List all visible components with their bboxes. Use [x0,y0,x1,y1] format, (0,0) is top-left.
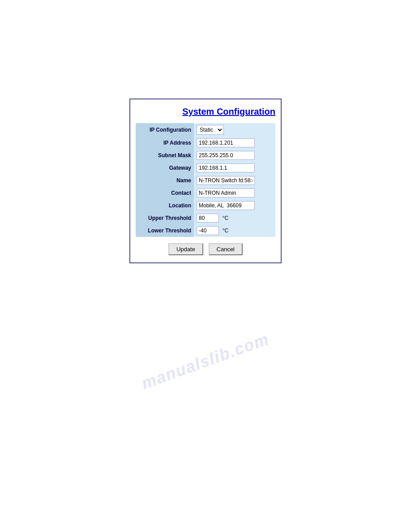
ip-address-row: IP Address [136,137,275,149]
contact-value-cell [194,187,275,199]
system-configuration-panel: System Configuration IP Configuration St… [129,99,282,263]
upper-threshold-input[interactable] [197,214,219,223]
subnet-mask-row: Subnet Mask [136,149,275,162]
ip-configuration-row: IP Configuration Static DHCP [136,123,275,137]
buttons-row: Update Cancel [136,243,275,255]
gateway-input[interactable] [197,163,255,172]
contact-row: Contact [136,187,275,199]
contact-input[interactable] [197,189,255,197]
ip-configuration-value-cell: Static DHCP [194,123,275,137]
lower-threshold-row: Lower Threshold °C [136,224,275,237]
contact-label: Contact [136,187,194,199]
name-row: Name [136,174,275,187]
name-label: Name [136,174,194,187]
lower-threshold-input[interactable] [197,226,219,235]
config-form-table: IP Configuration Static DHCP IP Address … [136,123,275,237]
watermark: manualslib.com [139,330,272,393]
lower-threshold-unit: °C [223,227,228,234]
location-label: Location [136,199,194,212]
page-title: System Configuration [136,107,275,117]
ip-configuration-label: IP Configuration [136,123,194,137]
upper-threshold-label: Upper Threshold [136,212,194,224]
ip-address-value-cell [194,137,275,149]
subnet-mask-label: Subnet Mask [136,149,194,162]
upper-threshold-row: Upper Threshold °C [136,212,275,224]
ip-configuration-select[interactable]: Static DHCP [197,125,224,135]
gateway-value-cell [194,162,275,174]
upper-threshold-value-cell: °C [194,212,275,224]
upper-threshold-unit: °C [223,215,228,221]
gateway-row: Gateway [136,162,275,174]
subnet-mask-input[interactable] [197,151,255,160]
lower-threshold-label: Lower Threshold [136,224,194,237]
subnet-mask-value-cell [194,149,275,162]
update-button[interactable]: Update [168,243,203,255]
cancel-button[interactable]: Cancel [209,243,243,255]
name-input[interactable] [197,176,255,185]
location-value-cell [194,199,275,212]
location-row: Location [136,199,275,212]
ip-address-label: IP Address [136,137,194,149]
lower-threshold-value-cell: °C [194,224,275,237]
name-value-cell [194,174,275,187]
ip-address-input[interactable] [197,138,255,147]
location-input[interactable] [197,201,255,210]
gateway-label: Gateway [136,162,194,174]
